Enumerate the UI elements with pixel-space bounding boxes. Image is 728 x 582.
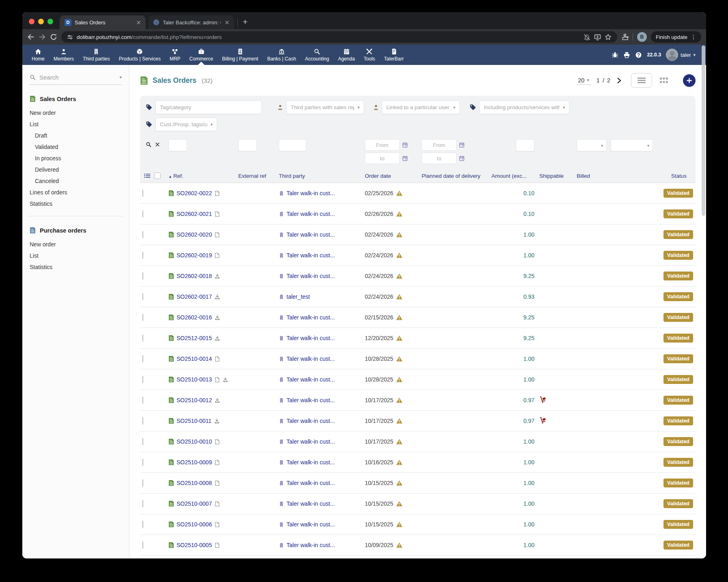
order-ref-link[interactable]: SO2510-0006 (177, 521, 212, 528)
third-party-link[interactable]: taler_test (286, 293, 310, 300)
amount-value[interactable]: 1.00 (523, 542, 534, 548)
row-checkbox[interactable] (142, 231, 143, 238)
cust-tags-select[interactable]: Cust./Prosp. tags/cat... ▾ (155, 118, 217, 131)
download-document-icon[interactable] (214, 315, 220, 321)
third-party-link[interactable]: Taler walk-in cust... (286, 190, 335, 196)
delivery-date-from-input[interactable]: From (422, 139, 457, 151)
order-ref-link[interactable]: SO2602-0016 (177, 314, 212, 321)
row-checkbox[interactable] (142, 355, 143, 362)
row-checkbox[interactable] (142, 417, 143, 425)
clear-search-icon[interactable] (155, 142, 160, 147)
sales-rep-select[interactable]: Third parties with sales rep... ▾ (286, 101, 364, 114)
profile-avatar[interactable]: B (637, 32, 647, 42)
minimize-window-button[interactable] (38, 19, 44, 24)
menu-commerce[interactable]: Commerce (185, 45, 218, 65)
header-planned-delivery[interactable]: Planned date of delivery (419, 170, 489, 183)
order-ref-link[interactable]: SO2510-0014 (177, 356, 212, 362)
note-icon[interactable] (214, 522, 220, 528)
amount-value[interactable]: 0.10 (523, 211, 534, 217)
amount-value[interactable]: 0.97 (523, 397, 534, 403)
header-third-party[interactable]: Third party (276, 170, 362, 183)
page-scrollbar[interactable] (701, 45, 706, 558)
note-icon[interactable] (214, 480, 220, 486)
note-icon[interactable] (214, 377, 220, 383)
chevron-down-icon[interactable]: ▾ (119, 75, 122, 80)
note-icon[interactable] (214, 211, 220, 217)
sidebar-item-lines-of-orders[interactable]: Lines of orders (30, 187, 122, 198)
sidebar-section-sales-orders[interactable]: Sales Orders (30, 95, 122, 102)
note-icon[interactable] (214, 459, 220, 466)
sidebar-item-new-order[interactable]: New order (30, 239, 122, 250)
install-app-icon[interactable] (594, 34, 601, 41)
third-party-link[interactable]: Taler walk-in cust... (286, 438, 335, 445)
third-party-link[interactable]: Taler walk-in cust... (286, 231, 335, 238)
order-ref-link[interactable]: SO2602-0019 (177, 252, 212, 259)
third-party-link[interactable]: Taler walk-in cust... (286, 273, 335, 279)
order-ref-link[interactable]: SO2510-0012 (177, 397, 212, 403)
page-current[interactable]: 1 (597, 77, 600, 84)
order-ref-link[interactable]: SO2510-0011 (177, 418, 211, 424)
menu-agenda[interactable]: Agenda (334, 45, 359, 65)
menu-accounting[interactable]: Accounting (301, 45, 334, 65)
browser-menu-icon[interactable]: ⋮ (691, 34, 696, 40)
third-party-link[interactable]: Taler walk-in cust... (286, 335, 335, 341)
row-checkbox[interactable] (142, 190, 143, 197)
amount-value[interactable]: 9.25 (523, 335, 534, 341)
amount-value[interactable]: 1.00 (523, 376, 534, 383)
header-status[interactable]: Status (608, 170, 696, 183)
order-date-to-input[interactable]: to (365, 153, 400, 164)
external-ref-filter-input[interactable] (238, 139, 257, 151)
new-tab-button[interactable]: + (243, 17, 248, 27)
third-party-link[interactable]: Taler walk-in cust... (286, 211, 335, 217)
order-ref-link[interactable]: SO2510-0008 (177, 480, 212, 486)
order-ref-link[interactable]: SO2512-0015 (177, 335, 212, 341)
sidebar-item-statistics[interactable]: Statistics (30, 261, 122, 273)
help-icon[interactable] (635, 52, 642, 58)
order-ref-link[interactable]: SO2510-0013 (177, 376, 212, 383)
menu-talerbarr[interactable]: TalerBarr (379, 45, 408, 65)
tab-sales-orders[interactable]: D Sales Orders (60, 15, 146, 29)
sidebar-search[interactable]: ▾ (30, 74, 122, 85)
third-party-link[interactable]: Taler walk-in cust... (286, 500, 335, 507)
amount-value[interactable]: 1.00 (523, 500, 534, 507)
sidebar-item-statistics[interactable]: Statistics (30, 198, 122, 209)
header-amount[interactable]: Amount (exc... (489, 170, 537, 183)
amount-value[interactable]: 1.00 (523, 231, 534, 238)
finish-update-button[interactable]: Finish update ⋮ (651, 31, 701, 43)
third-party-link[interactable]: Taler walk-in cust... (286, 418, 335, 424)
zoom-window-button[interactable] (47, 19, 53, 24)
note-icon[interactable] (214, 232, 220, 238)
sidebar-item-validated[interactable]: Validated (30, 141, 122, 153)
order-ref-link[interactable]: SO2510-0005 (177, 542, 212, 548)
menu-members[interactable]: Members (49, 45, 78, 65)
bug-report-icon[interactable] (612, 52, 618, 58)
third-party-link[interactable]: Taler walk-in cust... (286, 459, 335, 466)
third-party-link[interactable]: Taler walk-in cust... (286, 480, 335, 486)
download-document-icon[interactable] (214, 294, 220, 300)
order-ref-link[interactable]: SO2602-0022 (177, 190, 212, 196)
row-checkbox[interactable] (142, 521, 143, 528)
sidebar-item-draft[interactable]: Draft (30, 130, 122, 141)
download-document-icon[interactable] (214, 335, 220, 341)
next-page-icon[interactable] (616, 78, 622, 84)
header-billed[interactable]: Billed (574, 170, 608, 183)
amount-value[interactable]: 0.93 (523, 293, 534, 300)
amount-value[interactable]: 1.00 (523, 438, 534, 445)
notifications-blocked-icon[interactable] (584, 34, 590, 41)
download-document-icon[interactable] (214, 273, 220, 279)
row-checkbox[interactable] (142, 334, 143, 342)
order-ref-link[interactable]: SO2602-0017 (177, 293, 212, 300)
third-party-link[interactable]: Taler walk-in cust... (286, 314, 335, 321)
row-checkbox[interactable] (142, 293, 143, 300)
linked-user-select[interactable]: Linked to a particular user ... ▾ (382, 101, 460, 114)
sidebar-item-in-process[interactable]: In process (30, 153, 122, 164)
sidebar-item-list[interactable]: List (30, 119, 122, 130)
close-window-button[interactable] (29, 19, 34, 24)
amount-value[interactable]: 1.00 (523, 521, 534, 528)
order-ref-link[interactable]: SO2602-0021 (177, 211, 212, 217)
amount-value[interactable]: 0.10 (523, 190, 534, 196)
sidebar-item-delivered[interactable]: Delivered (30, 164, 122, 175)
tab-taler-backoffice[interactable]: Taler Backoffice: admin: Orde (148, 15, 234, 29)
order-ref-link[interactable]: SO2602-0020 (177, 231, 212, 238)
row-checkbox[interactable] (142, 210, 143, 218)
